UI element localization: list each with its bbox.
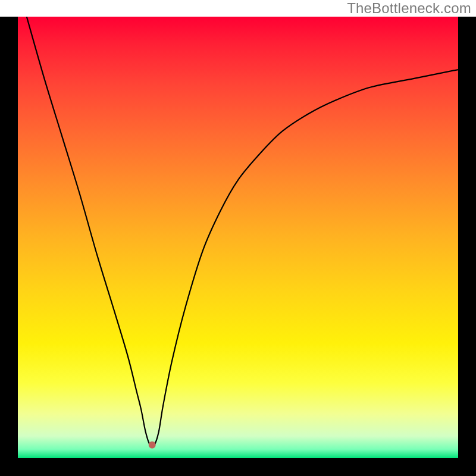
min-marker (149, 441, 156, 449)
plot-area (18, 17, 458, 458)
bottleneck-curve (27, 17, 458, 447)
curve-svg (18, 17, 458, 458)
chart-root: TheBottleneck.com (0, 0, 476, 476)
plot-frame (0, 17, 476, 476)
attribution-text: TheBottleneck.com (347, 0, 471, 17)
